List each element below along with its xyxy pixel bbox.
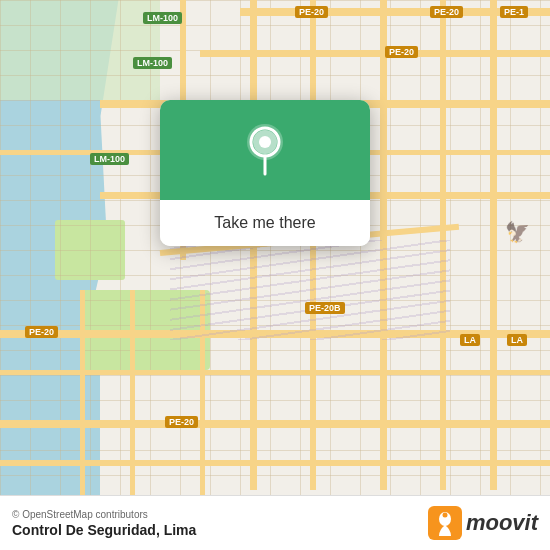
label-pe1: PE-1 <box>500 6 528 18</box>
moovit-brand-text: moovit <box>466 510 538 536</box>
location-pin-icon <box>243 124 287 176</box>
bottom-info: © OpenStreetMap contributors Control De … <box>12 509 196 538</box>
label-la1: LA <box>460 334 480 346</box>
label-la2: LA <box>507 334 527 346</box>
road-v5 <box>490 0 497 490</box>
bottom-bar: © OpenStreetMap contributors Control De … <box>0 495 550 550</box>
svg-point-6 <box>442 513 447 518</box>
label-lm100-1: LM-100 <box>143 12 182 24</box>
label-lm100-2: LM-100 <box>133 57 172 69</box>
take-me-there-button[interactable]: Take me there <box>160 200 370 246</box>
label-pe20-2: PE-20 <box>430 6 463 18</box>
popup-header <box>160 100 370 200</box>
map-container: LM-100 LM-100 LM-100 PE-20 PE-20 PE-20 P… <box>0 0 550 550</box>
road-v8 <box>80 290 85 500</box>
copyright-text: © OpenStreetMap contributors <box>12 509 196 520</box>
moovit-icon <box>428 506 462 540</box>
svg-point-2 <box>259 136 271 148</box>
map-decoration: 🦅 <box>505 220 530 244</box>
location-name: Control De Seguridad, Lima <box>12 522 196 538</box>
runway-area <box>170 240 450 340</box>
label-pe20-5: PE-20 <box>165 416 198 428</box>
label-pe20-1: PE-20 <box>295 6 328 18</box>
label-lm100-3: LM-100 <box>90 153 129 165</box>
location-popup: Take me there <box>160 100 370 246</box>
label-pe20-3: PE-20 <box>385 46 418 58</box>
moovit-logo: moovit <box>428 506 538 540</box>
label-pe20-4: PE-20 <box>25 326 58 338</box>
road-v7 <box>130 290 135 500</box>
label-pe20b: PE-20B <box>305 302 345 314</box>
